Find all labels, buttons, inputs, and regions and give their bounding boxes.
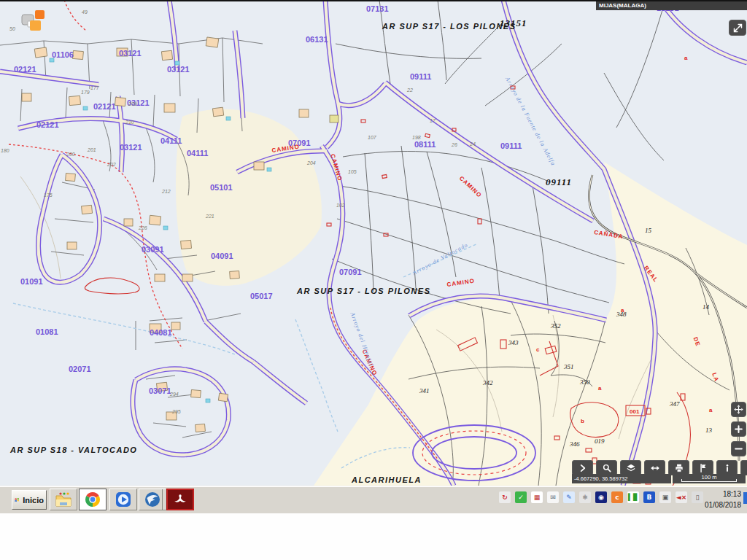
bluetooth-b-tray-icon[interactable]: B [643,491,655,503]
media-player-launcher[interactable] [109,489,137,510]
pan-icon [733,404,744,415]
windows-logo-icon [15,494,20,505]
info-button[interactable] [716,460,738,475]
file-explorer-launcher[interactable] [50,489,77,510]
layers-icon [626,463,636,473]
stats-bars-tray-icon[interactable]: ▍▊ [627,491,639,503]
tray-clock[interactable]: 18:13 01/08/2018 [705,489,741,510]
fullscreen-button[interactable] [729,20,746,36]
taskbar-edge-item[interactable] [743,492,747,504]
position-flag-button[interactable] [692,460,713,475]
zoom-out-button[interactable] [731,441,746,456]
zoom-in-button[interactable] [731,421,746,437]
cleaner-orange-tray-icon[interactable]: c [611,491,623,503]
clock-date: 01/08/2018 [705,499,741,510]
printer-icon [674,463,684,473]
flag-p-icon [698,463,708,473]
start-button[interactable]: Inicio [12,490,47,510]
scale-bar: 100 m [673,474,746,483]
wireless-tray-icon[interactable]: ◉ [595,491,607,503]
arrows-h-icon [650,463,660,473]
taskbar-divider [162,489,166,510]
system-tray: ↻✓▦✉✎✱◉c▍▊B▣◄×▯ [499,491,703,503]
chrome-icon [84,491,101,508]
globe-button[interactable] [740,460,747,475]
map-viewport[interactable]: 0713113151061310110603121021210312103121… [0,0,747,486]
window-title: MIJAS(MALAGA) [596,1,747,10]
plus-icon [733,424,744,435]
chevron-right-icon [578,463,588,473]
print-button[interactable] [668,460,689,475]
chrome-launcher[interactable] [79,489,107,510]
updater-swirl-tray-icon[interactable]: ↻ [499,491,511,503]
thunderbird-icon [144,491,161,508]
info-icon [722,463,732,473]
zoom-search-button[interactable] [596,460,617,475]
taskbar: Inicio ↻✓▦✉✎✱◉c▍▊B▣◄×▯ 18:13 01/08/2018 [0,486,747,513]
security-grid-tray-icon[interactable]: ▦ [531,491,543,503]
clock-time: 18:13 [705,489,741,499]
layers-button[interactable] [620,460,641,475]
media-player-icon [115,491,132,508]
file-explorer-icon [55,491,72,508]
map-canvas [0,0,747,486]
pen-tool-tray-icon[interactable]: ✎ [563,491,575,503]
start-label: Inicio [23,496,44,505]
minus-icon [733,443,744,454]
acrobat-icon [172,491,188,508]
measure-button[interactable] [644,460,665,475]
acrobat-launcher[interactable] [166,489,194,510]
magnifier-icon [602,463,612,473]
screen-blank-area [0,513,747,560]
antivirus-check-tray-icon[interactable]: ✓ [515,491,527,503]
map-toolbar-buttons [572,460,747,475]
volume-muted-tray-icon[interactable]: ◄× [676,491,687,503]
coordinates-readout: -4.667290, 36.589732 [572,474,671,483]
safely-remove-tray-icon[interactable]: ▯ [692,491,703,503]
expand-panel-button[interactable] [572,460,593,475]
expand-icon [732,23,743,34]
mail-tray-icon[interactable]: ✉ [547,491,559,503]
pan-button[interactable] [731,402,746,417]
network-flower-tray-icon[interactable]: ✱ [579,491,591,503]
printer-status-tray-icon[interactable]: ▣ [659,491,671,503]
scale-line [681,479,737,482]
